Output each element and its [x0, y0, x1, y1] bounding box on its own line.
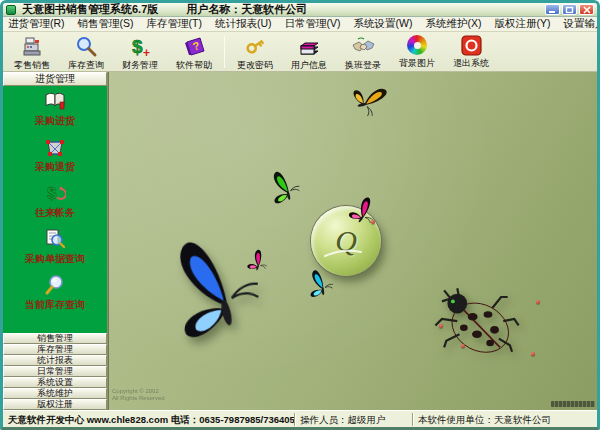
status-developer: 天意软件开发中心 www.chle828.com 电话：0635-7987985… — [3, 413, 295, 426]
close-button[interactable] — [579, 4, 594, 15]
user-info-button[interactable]: 用户信息 — [282, 34, 336, 71]
window-title: 天意图书销售管理系统6.7版 — [22, 2, 158, 17]
change-password-button[interactable]: 更改密码 — [228, 34, 282, 71]
svg-text:+: + — [143, 46, 150, 58]
handshake-icon — [352, 35, 375, 58]
cyan-butterfly-image — [303, 264, 344, 305]
open-book-icon — [44, 90, 66, 112]
toolbar: 零售销售 库存查询 $+ 财务管理 ? 软件帮助 更改密码 — [3, 32, 597, 72]
red-dot — [531, 352, 535, 356]
sidebar-section-settings[interactable]: 系统设置 — [3, 377, 107, 388]
menu-sales[interactable]: 销售管理(S) — [78, 17, 134, 31]
sidebar-sections: 销售管理 库存管理 统计报表 日常管理 系统设置 系统维护 版权注册 — [3, 333, 107, 410]
tool-label: 背景图片 — [399, 57, 435, 70]
menu-purchase[interactable]: 进货管理(R) — [8, 17, 65, 31]
sidebar-item-accounts[interactable]: $ 往来帐务 — [3, 182, 107, 219]
status-operator: 操作人员：超级用户 — [295, 413, 413, 426]
sidebar-item-purchase-return[interactable]: 采购退货 — [3, 136, 107, 173]
tool-label: 库存查询 — [68, 59, 104, 72]
finance-button[interactable]: $+ 财务管理 — [113, 34, 167, 71]
key-icon — [244, 35, 267, 58]
status-company: 本软件使用单位：天意软件公司 — [413, 413, 597, 426]
sidebar-item-current-stock-query[interactable]: 当前库存查询 — [3, 274, 107, 311]
sidebar-item-label: 采购进货 — [35, 114, 75, 128]
sidebar-section-sales[interactable]: 销售管理 — [3, 333, 107, 344]
sidebar-section-reports[interactable]: 统计报表 — [3, 355, 107, 366]
status-bar: 天意软件开发中心 www.chle828.com 电话：0635-7987985… — [3, 410, 597, 427]
svg-text:$: $ — [132, 36, 143, 57]
sidebar-item-label: 采购单据查询 — [25, 252, 85, 266]
help-button[interactable]: ? 软件帮助 — [167, 34, 221, 71]
app-window: 天意图书销售管理系统6.7版 用户名称：天意软件公司 进货管理(R) 销售管理(… — [0, 0, 600, 430]
red-dot — [439, 324, 443, 328]
sidebar-section-maintenance[interactable]: 系统维护 — [3, 388, 107, 399]
magnifier-icon — [75, 35, 98, 58]
tool-label: 换班登录 — [345, 59, 381, 72]
tool-label: 用户信息 — [291, 59, 327, 72]
sidebar-panel: 采购进货 采购退货 $ 往来帐务 — [3, 86, 107, 333]
red-dot — [371, 220, 375, 224]
tool-label: 更改密码 — [237, 59, 273, 72]
dollar-icon: $+ — [129, 35, 152, 58]
search-icon — [44, 274, 66, 296]
red-dot — [461, 344, 465, 348]
menu-reports[interactable]: 统计报表(U) — [215, 17, 272, 31]
tool-label: 零售销售 — [14, 59, 50, 72]
exit-icon — [460, 35, 483, 56]
minimize-button[interactable] — [545, 4, 560, 15]
menu-input-method[interactable]: 设置输入法(Z) — [563, 17, 600, 31]
menu-daily[interactable]: 日常管理(V) — [285, 17, 341, 31]
cash-register-icon — [21, 35, 44, 58]
sidebar-section-daily[interactable]: 日常管理 — [3, 366, 107, 377]
svg-text:$: $ — [47, 184, 57, 203]
sidebar-item-label: 采购退货 — [35, 160, 75, 174]
sidebar-section-inventory[interactable]: 库存管理 — [3, 344, 107, 355]
books-icon — [298, 35, 321, 58]
exit-system-button[interactable]: 退出系统 — [444, 34, 498, 71]
stock-query-button[interactable]: 库存查询 — [59, 34, 113, 71]
window-controls — [545, 4, 594, 15]
app-icon — [6, 5, 16, 15]
document-search-icon — [44, 228, 66, 250]
restore-button[interactable] — [562, 4, 577, 15]
window-body: 进货管理 采购进货 采购退货 $ — [3, 72, 597, 410]
title-bar: 天意图书销售管理系统6.7版 用户名称：天意软件公司 — [3, 3, 597, 17]
ladybug-image — [431, 282, 523, 358]
blue-butterfly-image — [155, 223, 299, 356]
sidebar-item-label: 当前库存查询 — [25, 298, 85, 312]
sidebar-item-purchase-in[interactable]: 采购进货 — [3, 90, 107, 127]
sidebar-item-purchase-doc-query[interactable]: 采购单据查询 — [3, 228, 107, 265]
palette-icon — [406, 35, 429, 56]
sidebar-item-label: 往来帐务 — [35, 206, 75, 220]
sidebar: 进货管理 采购进货 采购退货 $ — [3, 72, 108, 410]
menu-bar: 进货管理(R) 销售管理(S) 库存管理(T) 统计报表(U) 日常管理(V) … — [3, 17, 597, 32]
main-wallpaper-area: Q Copyright © 2002 All Rights Reserved — [108, 72, 597, 410]
shift-login-button[interactable]: 换班登录 — [336, 34, 390, 71]
sidebar-section-register[interactable]: 版权注册 — [3, 399, 107, 410]
menu-settings[interactable]: 系统设置(W) — [354, 17, 413, 31]
yellow-butterfly-image — [347, 82, 393, 128]
site-watermark — [551, 401, 595, 407]
tool-label: 退出系统 — [453, 57, 489, 70]
finance-icon: $ — [44, 182, 66, 204]
help-book-icon: ? — [183, 35, 206, 58]
green-butterfly-image — [266, 165, 311, 210]
tool-label: 财务管理 — [122, 59, 158, 72]
toolbar-separator — [224, 36, 225, 68]
red-dot — [536, 300, 540, 304]
menu-register[interactable]: 版权注册(Y) — [494, 17, 550, 31]
sidebar-section-purchase[interactable]: 进货管理 — [3, 72, 107, 86]
menu-maintenance[interactable]: 系统维护(X) — [425, 17, 481, 31]
menu-inventory[interactable]: 库存管理(T) — [147, 17, 202, 31]
user-name-label: 用户名称：天意软件公司 — [186, 2, 539, 17]
background-image-button[interactable]: 背景图片 — [390, 34, 444, 71]
tool-label: 软件帮助 — [176, 59, 212, 72]
package-icon — [44, 136, 66, 158]
retail-sale-button[interactable]: 零售销售 — [5, 34, 59, 71]
copyright-watermark: Copyright © 2002 All Rights Reserved — [112, 388, 165, 402]
